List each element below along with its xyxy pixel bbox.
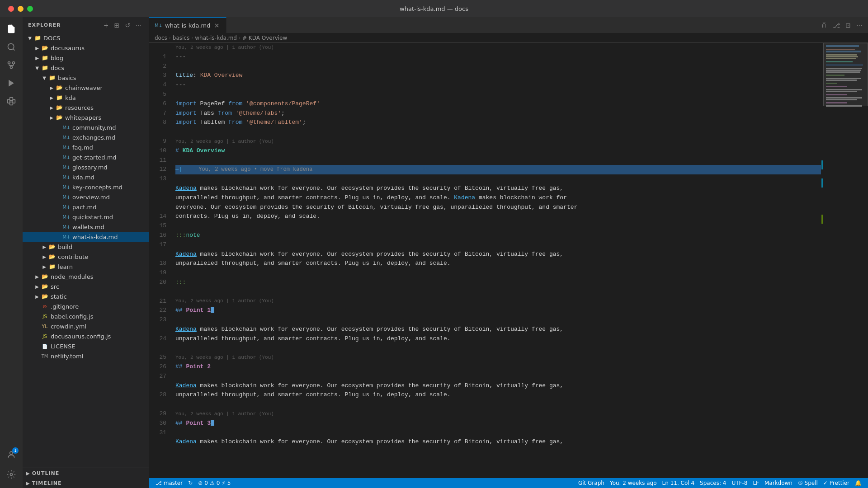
refresh-button[interactable]: ↺ <box>123 21 132 30</box>
tree-item-overview-md[interactable]: ▶ M↓ overview.md <box>23 192 149 202</box>
tree-item-basics[interactable]: ▼ 📁 basics <box>23 73 149 83</box>
tree-item-whitepapers[interactable]: ▶ 📂 whitepapers <box>23 113 149 122</box>
tree-item-license[interactable]: ▶ 📄 LICENSE <box>23 341 149 351</box>
tree-item-learn[interactable]: ▶ 📁 learn <box>23 262 149 272</box>
tree-item-crowdin-yml[interactable]: ▶ YL crowdin.yml <box>23 321 149 331</box>
encoding-status[interactable]: UTF-8 <box>729 480 750 486</box>
line-ending-status[interactable]: LF <box>750 480 762 486</box>
outline-panel-header[interactable]: ▶ OUTLINE <box>23 468 149 478</box>
tree-item-docusaurus-config[interactable]: ▶ JS docusaurus.config.js <box>23 331 149 341</box>
breadcrumb-docs[interactable]: docs <box>155 35 167 41</box>
tree-item-exchanges-md[interactable]: ▶ M↓ exchanges.md <box>23 132 149 142</box>
tab-close-button[interactable]: × <box>213 22 221 29</box>
src-label: src <box>51 283 59 290</box>
source-control-icon[interactable] <box>3 57 19 73</box>
timeline-panel-header[interactable]: ▶ TIMELINE <box>23 478 149 488</box>
tab-bar: M↓ what-is-kda.md × ⫚ ⎇ ⊡ ⋯ <box>149 17 868 33</box>
heading-text: KDA Overview <box>183 146 225 156</box>
settings-icon[interactable] <box>3 466 19 483</box>
errors-status[interactable]: ⊘ 0 ⚠ 0 ⚡ 5 <box>195 478 233 488</box>
svg-marker-6 <box>9 80 14 87</box>
breadcrumb-section[interactable]: # KDA Overview <box>242 35 287 41</box>
tree-item-blog[interactable]: ▶ 📁 blog <box>23 53 149 63</box>
spell-status[interactable]: ⑤ Spell <box>795 480 821 486</box>
blame-line-5: You, 2 weeks ago | 1 author (You) <box>175 409 821 419</box>
git-graph-status[interactable]: Git Graph <box>576 480 607 486</box>
line-num-9: 9 <box>149 137 166 146</box>
kda-file-icon: M↓ <box>62 173 71 181</box>
tree-item-chainweaver[interactable]: ▶ 📂 chainweaver <box>23 83 149 93</box>
tree-item-what-is-kda-md[interactable]: ▶ M↓ what-is-kda.md <box>23 232 149 242</box>
new-folder-button[interactable]: ⊞ <box>113 21 122 30</box>
extensions-icon[interactable] <box>3 93 19 109</box>
tree-item-key-concepts-md[interactable]: ▶ M↓ key-concepts.md <box>23 182 149 192</box>
tab-what-is-kda[interactable]: M↓ what-is-kda.md × <box>149 17 226 33</box>
cursor-indicator: —| <box>175 165 182 174</box>
minimize-button[interactable] <box>18 6 24 12</box>
tree-item-glossary-md[interactable]: ▶ M↓ glossary.md <box>23 162 149 172</box>
toggle-panel-button[interactable]: ⊡ <box>844 20 853 31</box>
maximize-button[interactable] <box>27 6 33 12</box>
tree-item-docusaurus[interactable]: ▶ 📂 docusaurus <box>23 43 149 53</box>
spaces-status[interactable]: Spaces: 4 <box>697 480 729 486</box>
language-status[interactable]: Markdown <box>762 480 795 486</box>
split-editor-button[interactable]: ⫚ <box>819 20 829 31</box>
files-icon[interactable] <box>3 21 19 37</box>
code-area[interactable]: You, 2 weeks ago | 1 author (You) --- ti… <box>172 43 821 478</box>
notification-status[interactable]: 🔔 <box>852 480 864 486</box>
code-line-4: --- <box>175 80 821 90</box>
import-path-3: '@theme/TabItem' <box>246 118 302 127</box>
glossary-md-label: glossary.md <box>72 164 108 171</box>
prettier-status[interactable]: ✓ Prettier <box>821 480 852 486</box>
point3-heading: Point 3 <box>186 419 211 428</box>
tree-item-kda-md[interactable]: ▶ M↓ kda.md <box>23 172 149 182</box>
tree-item-babel-config[interactable]: ▶ JS babel.config.js <box>23 311 149 321</box>
line-num-13: 13 <box>149 174 166 184</box>
line-num-blank3: 0 <box>149 287 166 297</box>
tree-item-pact-md[interactable]: ▶ M↓ pact.md <box>23 202 149 212</box>
more-actions-button[interactable]: ⋯ <box>854 20 864 31</box>
tree-item-quickstart-md[interactable]: ▶ M↓ quickstart.md <box>23 212 149 222</box>
tree-item-wallets-md[interactable]: ▶ M↓ wallets.md <box>23 222 149 232</box>
tree-arrow: ▼ <box>33 64 41 71</box>
collapse-all-button[interactable]: ⋯ <box>134 21 144 30</box>
pact-file-icon: M↓ <box>62 203 71 211</box>
tree-item-gitignore[interactable]: ▶ ⊘ .gitignore <box>23 301 149 311</box>
run-icon[interactable] <box>3 75 19 91</box>
blame-status[interactable]: You, 2 weeks ago <box>607 480 660 486</box>
breadcrumb-file[interactable]: what-is-kda.md <box>195 35 237 41</box>
tree-item-docs[interactable]: ▼ 📁 docs <box>23 63 149 73</box>
code-line-27a: Kadena makes blockchain work for everyon… <box>175 381 821 391</box>
tree-item-faq-md[interactable]: ▶ M↓ faq.md <box>23 142 149 152</box>
tree-item-src[interactable]: ▶ 📂 src <box>23 282 149 291</box>
traffic-lights <box>8 6 33 12</box>
code-line-22 <box>175 315 821 325</box>
source-control-view-button[interactable]: ⎇ <box>831 20 842 31</box>
sync-status[interactable]: ↻ <box>185 478 195 488</box>
tree-item-docs-root[interactable]: ▼ 📁 DOCS <box>23 33 149 43</box>
accounts-icon[interactable]: 1 <box>3 446 19 463</box>
blame-text-3: You, 2 weeks ago | 1 author (You) <box>175 297 274 305</box>
line-num-19: 19 <box>149 268 166 278</box>
new-file-button[interactable]: + <box>102 21 111 30</box>
tree-item-kda-folder[interactable]: ▶ 📁 kda <box>23 93 149 103</box>
tree-item-community-md[interactable]: ▶ M↓ community.md <box>23 122 149 132</box>
tree-arrow: ▶ <box>33 54 41 61</box>
close-button[interactable] <box>8 6 14 12</box>
tree-item-netlify-toml[interactable]: ▶ TM netlify.toml <box>23 351 149 361</box>
node-modules-label: node_modules <box>51 273 93 280</box>
tree-arrow: ▼ <box>26 34 33 42</box>
position-status[interactable]: Ln 11, Col 4 <box>660 480 698 486</box>
para-1c: makes blockchain work for <box>475 193 567 203</box>
branch-status[interactable]: ⎇ master <box>153 478 185 488</box>
tree-item-build[interactable]: ▶ 📂 build <box>23 242 149 252</box>
breadcrumb-basics[interactable]: basics <box>173 35 189 41</box>
whitepapers-folder-icon: 📂 <box>55 113 63 122</box>
tree-item-node-modules[interactable]: ▶ 📂 node_modules <box>23 272 149 282</box>
what-is-kda-file-icon: M↓ <box>62 233 71 241</box>
tree-item-contribute[interactable]: ▶ 📂 contribute <box>23 252 149 262</box>
tree-item-static[interactable]: ▶ 📂 static <box>23 291 149 301</box>
tree-item-get-started-md[interactable]: ▶ M↓ get-started.md <box>23 152 149 162</box>
tree-item-resources[interactable]: ▶ 📂 resources <box>23 103 149 113</box>
search-icon[interactable] <box>3 39 19 55</box>
